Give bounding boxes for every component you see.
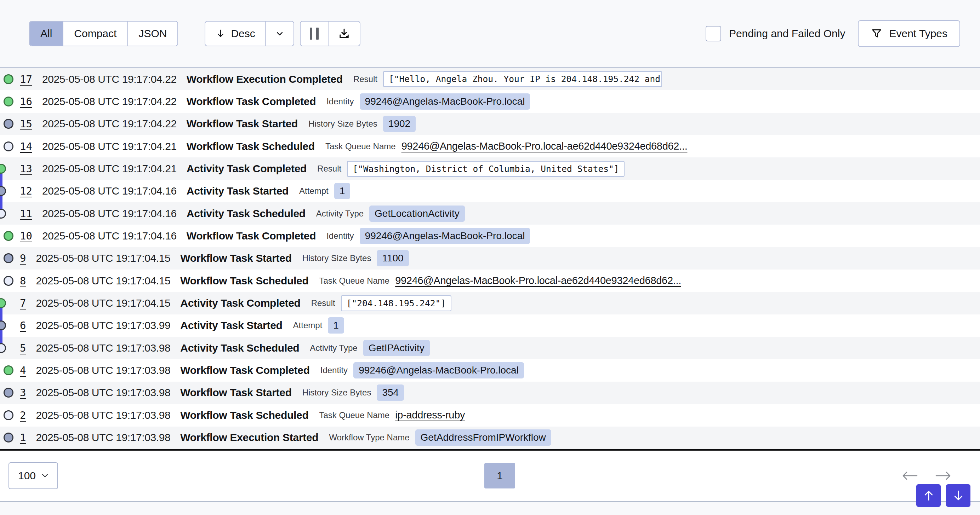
event-detail-link[interactable]: 99246@Angelas-MacBook-Pro.local-ae62d440… xyxy=(395,275,681,287)
event-detail-badge: 99246@Angelas-MacBook-Pro.local xyxy=(360,93,530,109)
event-name: Activity Task Completed xyxy=(186,163,307,175)
event-row-11: 112025-05-08 UTC 19:17:04.16Activity Tas… xyxy=(0,202,980,225)
event-detail-link[interactable]: 99246@Angelas-MacBook-Pro.local-ae62d440… xyxy=(401,140,687,152)
bottom-strip xyxy=(0,502,980,515)
event-id-link[interactable]: 13 xyxy=(20,163,32,175)
event-row-12: 122025-05-08 UTC 19:17:04.16Activity Tas… xyxy=(0,180,980,202)
scroll-to-top-button[interactable] xyxy=(916,484,941,507)
sort-control: Desc xyxy=(205,21,294,46)
event-name: Activity Task Scheduled xyxy=(186,208,305,220)
event-row-6: 62025-05-08 UTC 19:17:03.99Activity Task… xyxy=(0,314,980,337)
event-name: Workflow Task Completed xyxy=(186,230,316,242)
event-detail-label: Identity xyxy=(320,365,348,375)
event-detail-label: History Size Bytes xyxy=(309,119,377,129)
next-page-arrow-icon[interactable] xyxy=(935,471,952,481)
event-detail-label: Workflow Type Name xyxy=(329,433,409,442)
event-name: Workflow Task Started xyxy=(180,387,291,399)
event-detail-label: Identity xyxy=(326,231,354,241)
tab-all[interactable]: All xyxy=(30,22,63,46)
download-icon xyxy=(338,27,350,40)
download-button[interactable] xyxy=(328,22,360,46)
event-detail-link[interactable]: ip-address-ruby xyxy=(395,409,465,421)
event-id-link[interactable]: 12 xyxy=(20,185,32,197)
scroll-buttons xyxy=(916,484,970,507)
event-id-link[interactable]: 3 xyxy=(20,387,26,399)
event-status-dot-started xyxy=(3,388,13,398)
event-id-link[interactable]: 5 xyxy=(20,342,26,354)
event-detail-label: Attempt xyxy=(299,186,329,196)
event-row-8: 82025-05-08 UTC 19:17:04.15Workflow Task… xyxy=(0,269,980,292)
event-name: Activity Task Scheduled xyxy=(180,342,299,354)
event-status-dot-scheduled xyxy=(0,343,6,353)
event-timestamp: 2025-05-08 UTC 19:17:04.22 xyxy=(42,95,177,108)
select-chevron-down-icon xyxy=(41,473,48,478)
tab-compact[interactable]: Compact xyxy=(63,22,127,46)
event-status-dot-scheduled xyxy=(0,209,6,219)
previous-page-arrow-icon[interactable] xyxy=(901,471,918,481)
page-size-select[interactable]: 100 xyxy=(8,462,58,489)
event-timestamp: 2025-05-08 UTC 19:17:03.98 xyxy=(36,342,170,354)
event-timestamp: 2025-05-08 UTC 19:17:03.98 xyxy=(36,364,170,376)
event-id-link[interactable]: 14 xyxy=(20,140,32,152)
event-status-dot-completed xyxy=(0,164,6,174)
toolbar-right-cluster: Pending and Failed Only Event Types xyxy=(706,20,960,47)
event-name: Workflow Execution Started xyxy=(180,431,318,444)
event-row-5: 52025-05-08 UTC 19:17:03.98Activity Task… xyxy=(0,337,980,359)
event-row-1: 12025-05-08 UTC 19:17:03.98Workflow Exec… xyxy=(0,426,980,449)
event-timestamp: 2025-05-08 UTC 19:17:04.16 xyxy=(42,230,177,242)
event-id-link[interactable]: 6 xyxy=(20,319,26,331)
event-row-4: 42025-05-08 UTC 19:17:03.98Workflow Task… xyxy=(0,359,980,381)
event-timestamp: 2025-05-08 UTC 19:17:04.15 xyxy=(36,275,170,287)
event-detail-label: History Size Bytes xyxy=(302,388,371,398)
tab-json[interactable]: JSON xyxy=(127,22,177,46)
event-status-dot-started xyxy=(3,253,13,263)
scroll-to-bottom-button[interactable] xyxy=(946,484,970,507)
sort-menu-button[interactable] xyxy=(265,22,293,46)
event-row-10: 102025-05-08 UTC 19:17:04.16Workflow Tas… xyxy=(0,225,980,247)
event-status-dot-started xyxy=(3,433,13,442)
event-name: Activity Task Completed xyxy=(180,297,300,309)
event-types-button[interactable]: Event Types xyxy=(858,20,960,47)
event-detail-badge: 1902 xyxy=(383,116,416,132)
event-id-link[interactable]: 7 xyxy=(20,297,26,309)
event-name: Workflow Task Completed xyxy=(186,95,316,108)
event-detail-badge: GetAddressFromIPWorkflow xyxy=(415,429,551,446)
pause-button[interactable] xyxy=(301,22,328,46)
event-status-dot-started xyxy=(0,320,6,330)
view-mode-tabs: All Compact JSON xyxy=(29,21,178,46)
event-row-7: 72025-05-08 UTC 19:17:04.15Activity Task… xyxy=(0,292,980,314)
pending-failed-checkbox[interactable] xyxy=(706,26,721,41)
event-status-dot-completed xyxy=(3,74,13,84)
event-status-dot-started xyxy=(0,186,6,196)
event-detail-label: Task Queue Name xyxy=(319,276,390,286)
event-timestamp: 2025-05-08 UTC 19:17:04.16 xyxy=(42,185,177,197)
event-id-link[interactable]: 1 xyxy=(20,431,26,444)
event-detail-label: Task Queue Name xyxy=(319,410,390,420)
event-row-3: 32025-05-08 UTC 19:17:03.98Workflow Task… xyxy=(0,382,980,404)
event-id-link[interactable]: 9 xyxy=(20,252,26,264)
event-row-13: 132025-05-08 UTC 19:17:04.21Activity Tas… xyxy=(0,157,980,180)
event-id-link[interactable]: 17 xyxy=(20,73,32,85)
page-size-value: 100 xyxy=(18,470,36,482)
event-detail-label: Result xyxy=(311,298,335,308)
event-id-link[interactable]: 4 xyxy=(20,364,26,376)
current-page-button[interactable]: 1 xyxy=(484,463,515,488)
event-name: Workflow Task Started xyxy=(186,118,298,130)
event-status-dot-scheduled xyxy=(3,141,13,151)
event-id-link[interactable]: 8 xyxy=(20,275,26,287)
pause-icon xyxy=(310,28,319,40)
funnel-icon xyxy=(870,28,883,40)
event-name: Activity Task Started xyxy=(180,319,282,331)
event-id-link[interactable]: 11 xyxy=(20,208,32,220)
event-timestamp: 2025-05-08 UTC 19:17:03.98 xyxy=(36,387,170,399)
event-detail-badge: 1 xyxy=(334,183,350,199)
event-id-link[interactable]: 2 xyxy=(20,409,26,421)
event-timestamp: 2025-05-08 UTC 19:17:03.98 xyxy=(36,409,170,421)
event-id-link[interactable]: 10 xyxy=(20,230,32,242)
sort-desc-button[interactable]: Desc xyxy=(205,22,265,46)
event-id-link[interactable]: 15 xyxy=(20,118,32,130)
event-id-link[interactable]: 16 xyxy=(20,95,32,108)
stream-controls xyxy=(300,21,360,46)
event-row-16: 162025-05-08 UTC 19:17:04.22Workflow Tas… xyxy=(0,90,980,113)
event-row-17: 172025-05-08 UTC 19:17:04.22Workflow Exe… xyxy=(0,68,980,90)
